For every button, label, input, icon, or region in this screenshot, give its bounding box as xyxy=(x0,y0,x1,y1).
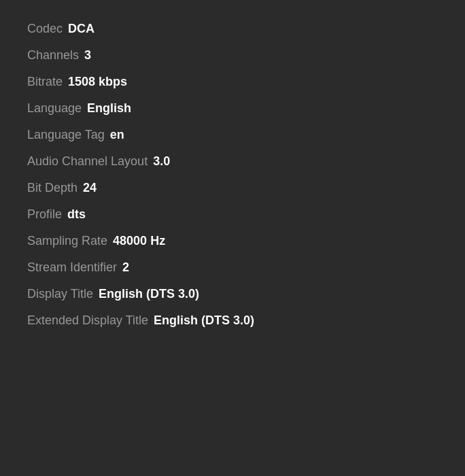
value-5: 3.0 xyxy=(153,154,170,169)
label-7: Profile xyxy=(27,207,62,222)
value-2: 1508 kbps xyxy=(68,75,127,89)
label-3: Language xyxy=(27,101,82,116)
table-row: Sampling Rate48000 Hz xyxy=(27,234,438,248)
value-1: 3 xyxy=(84,48,91,63)
value-7: dts xyxy=(67,207,86,222)
label-1: Channels xyxy=(27,48,79,63)
value-0: DCA xyxy=(68,22,94,36)
table-row: CodecDCA xyxy=(27,22,438,36)
table-row: Audio Channel Layout3.0 xyxy=(27,154,438,169)
label-2: Bitrate xyxy=(27,75,63,89)
value-3: English xyxy=(87,101,131,116)
label-10: Display Title xyxy=(27,287,93,301)
audio-info-table: CodecDCAChannels3Bitrate1508 kbpsLanguag… xyxy=(27,22,438,328)
table-row: Language Tagen xyxy=(27,128,438,142)
value-11: English (DTS 3.0) xyxy=(154,313,254,328)
table-row: Bit Depth24 xyxy=(27,181,438,195)
label-6: Bit Depth xyxy=(27,181,78,195)
value-9: 2 xyxy=(122,260,129,275)
table-row: Stream Identifier2 xyxy=(27,260,438,275)
label-9: Stream Identifier xyxy=(27,260,117,275)
table-row: Profiledts xyxy=(27,207,438,222)
value-4: en xyxy=(110,128,124,142)
label-11: Extended Display Title xyxy=(27,313,148,328)
table-row: Display TitleEnglish (DTS 3.0) xyxy=(27,287,438,301)
label-5: Audio Channel Layout xyxy=(27,154,148,169)
table-row: Bitrate1508 kbps xyxy=(27,75,438,89)
label-4: Language Tag xyxy=(27,128,105,142)
table-row: Extended Display TitleEnglish (DTS 3.0) xyxy=(27,313,438,328)
value-10: English (DTS 3.0) xyxy=(99,287,199,301)
value-6: 24 xyxy=(83,181,97,195)
label-8: Sampling Rate xyxy=(27,234,107,248)
value-8: 48000 Hz xyxy=(113,234,165,248)
table-row: LanguageEnglish xyxy=(27,101,438,116)
label-0: Codec xyxy=(27,22,63,36)
table-row: Channels3 xyxy=(27,48,438,63)
